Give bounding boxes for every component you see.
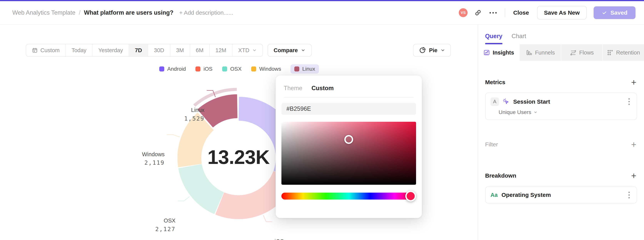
measure-dropdown[interactable]: Unique Users	[498, 109, 632, 115]
header: Web Analytics Template / What platform a…	[0, 1, 644, 25]
view-tab-label: Flows	[579, 50, 594, 56]
range-7d[interactable]: 7D	[129, 44, 148, 56]
query-sidebar: Query Chart InsightsFunnelsFlowsRetentio…	[478, 25, 644, 240]
kebab-menu-icon[interactable]	[626, 190, 632, 199]
header-divider	[505, 8, 505, 17]
tab-query[interactable]: Query	[485, 32, 502, 44]
saturation-area[interactable]	[282, 122, 416, 185]
label-leader-line	[167, 135, 180, 137]
range-label: 3M	[176, 47, 184, 54]
metric-card[interactable]: A Session Start Unique Users	[485, 92, 637, 120]
legend-label: Windows	[259, 66, 281, 72]
range-custom[interactable]: Custom	[26, 44, 66, 56]
close-button[interactable]: Close	[512, 8, 530, 18]
date-range-group: CustomTodayYesterday7D30D3M6M12MXTD	[26, 44, 263, 57]
label-leader-line	[178, 196, 190, 201]
saved-button[interactable]: Saved	[594, 6, 636, 19]
chevron-down-icon	[252, 48, 257, 53]
view-tab-funnels[interactable]: Funnels	[519, 44, 561, 61]
more-actions-button[interactable]	[488, 11, 498, 15]
hex-color-input[interactable]: #B2596E	[282, 103, 416, 115]
saturation-handle[interactable]	[344, 135, 353, 144]
slice-label-osx: OSX2,127	[155, 217, 176, 233]
breadcrumb-parent[interactable]: Web Analytics Template	[12, 9, 76, 16]
flows-icon	[570, 49, 576, 56]
range-label: 6M	[196, 47, 204, 54]
add-description-button[interactable]: + Add description......	[179, 10, 233, 16]
hue-handle[interactable]	[405, 191, 416, 201]
metrics-section-header: Metrics +	[485, 78, 637, 87]
legend-label: Linux	[302, 66, 315, 72]
range-3m[interactable]: 3M	[170, 44, 190, 56]
slice-label-value: 2,119	[142, 159, 165, 166]
legend-label: iOS	[204, 66, 212, 72]
legend-item-android[interactable]: Android	[159, 64, 186, 74]
range-yesterday[interactable]: Yesterday	[92, 44, 129, 56]
share-link-button[interactable]	[474, 9, 482, 16]
legend-label: Android	[167, 66, 186, 72]
range-6m[interactable]: 6M	[190, 44, 209, 56]
event-sparkle-icon	[502, 98, 510, 105]
filter-section-header: Filter +	[485, 140, 637, 149]
page-title[interactable]: What platform are users using?	[84, 9, 174, 16]
breadcrumb: Web Analytics Template / What platform a…	[12, 9, 233, 16]
legend-item-ios[interactable]: iOS	[195, 64, 213, 74]
range-12m[interactable]: 12M	[209, 44, 232, 56]
add-metric-button[interactable]: +	[630, 78, 637, 87]
metrics-heading: Metrics	[485, 79, 505, 86]
ellipsis-icon	[488, 11, 498, 15]
sidebar-tabs: Query Chart	[478, 25, 644, 44]
legend-item-linux[interactable]: Linux	[290, 64, 319, 74]
legend-color-chip	[294, 67, 299, 72]
legend-color-chip	[159, 67, 164, 72]
range-30d[interactable]: 30D	[148, 44, 170, 56]
slice-label-name: iOS	[275, 238, 295, 240]
chevron-down-icon	[440, 48, 445, 53]
saved-label: Saved	[610, 10, 628, 16]
tab-custom[interactable]: Custom	[312, 84, 334, 92]
tab-theme[interactable]: Theme	[284, 84, 302, 92]
retention-icon	[607, 49, 614, 56]
chart-legend: AndroidiOSOSXWindowsLinux	[0, 64, 478, 74]
slice-label-name: OSX	[155, 217, 176, 224]
color-picker-tabs: Theme Custom	[276, 76, 422, 92]
range-xtd[interactable]: XTD	[232, 44, 262, 56]
compare-button[interactable]: Compare	[268, 44, 312, 57]
save-as-new-button[interactable]: Save As New	[537, 6, 587, 20]
view-tab-insights[interactable]: Insights	[478, 44, 519, 61]
legend-item-osx[interactable]: OSX	[222, 64, 242, 74]
hue-slider[interactable]	[282, 193, 416, 199]
compare-label: Compare	[274, 47, 298, 54]
slice-osx[interactable]	[179, 165, 223, 214]
add-breakdown-button[interactable]: +	[630, 171, 637, 180]
calendar-icon	[32, 47, 38, 53]
donut-center-total: 13.23K	[200, 146, 277, 168]
pie-chart-icon	[419, 47, 426, 54]
range-label: Custom	[40, 47, 60, 54]
string-property-icon: Aa	[490, 192, 498, 198]
slice-label-value: 2,127	[155, 225, 176, 233]
legend-item-windows[interactable]: Windows	[251, 64, 282, 74]
legend-color-chip	[222, 67, 227, 72]
kebab-menu-icon[interactable]	[626, 97, 632, 106]
range-label: 7D	[135, 47, 142, 54]
insights-icon	[484, 49, 490, 56]
avatar[interactable]: VS	[459, 8, 468, 17]
add-filter-button[interactable]: +	[630, 140, 637, 149]
view-tab-flows[interactable]: Flows	[561, 44, 602, 61]
breakdown-title: Operating System	[502, 192, 551, 198]
view-tab-retention[interactable]: Retention	[602, 44, 644, 61]
view-tab-label: Insights	[492, 50, 514, 56]
breakdown-heading: Breakdown	[485, 172, 516, 179]
range-label: XTD	[238, 47, 250, 54]
legend-color-chip	[196, 67, 200, 72]
tab-chart[interactable]: Chart	[512, 32, 526, 44]
slice-label-linux: Linux1,529	[184, 107, 204, 122]
chart-type-select[interactable]: Pie	[413, 44, 451, 57]
header-actions: VS Close Save As New Saved	[459, 6, 636, 20]
measure-label: Unique Users	[498, 109, 531, 115]
slice-label-ios: iOS3,402	[275, 238, 295, 240]
breakdown-card[interactable]: Aa Operating System	[485, 186, 637, 204]
range-today[interactable]: Today	[66, 44, 92, 56]
chart-type-label: Pie	[429, 47, 438, 54]
